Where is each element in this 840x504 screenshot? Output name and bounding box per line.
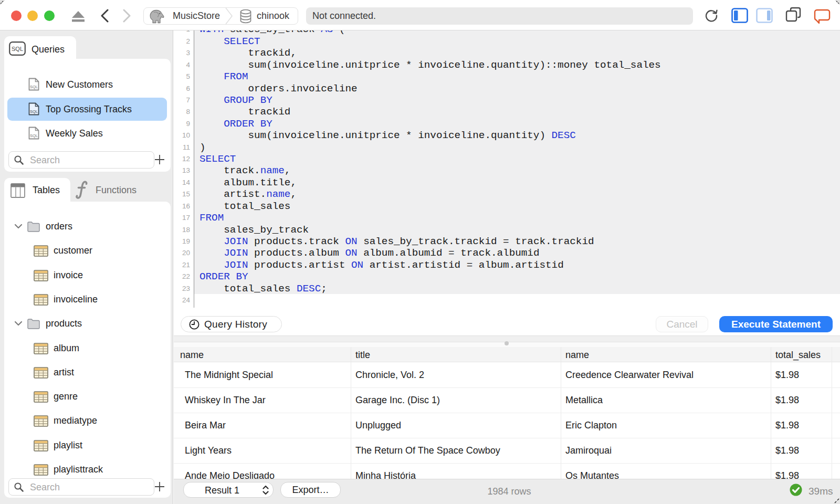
svg-text:SQL: SQL [12,46,23,52]
svg-text:SQL: SQL [30,133,38,138]
svg-text:SQL: SQL [30,109,38,114]
svg-text:SQL: SQL [30,85,38,89]
